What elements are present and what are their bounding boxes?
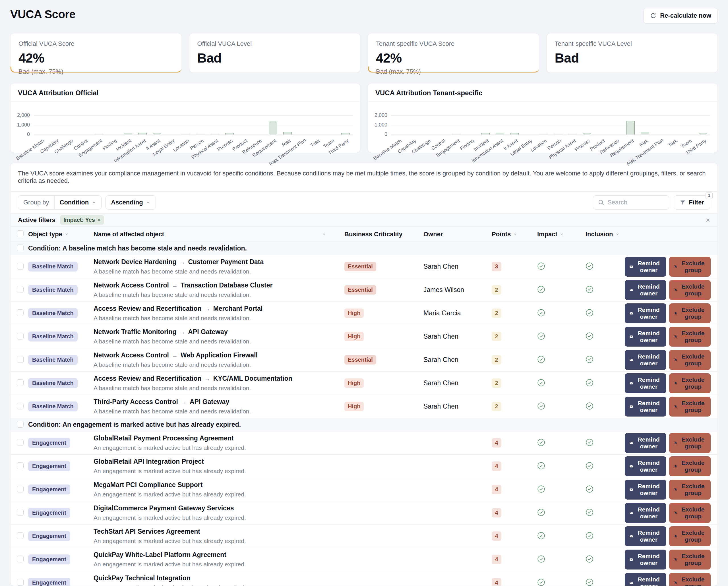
remind-owner-button[interactable]: Remind owner bbox=[625, 480, 666, 500]
condition-description: A baseline match has become stale and ne… bbox=[94, 291, 330, 298]
remind-owner-button[interactable]: Remind owner bbox=[625, 397, 666, 417]
row-checkbox[interactable] bbox=[17, 579, 24, 586]
check-circle-icon bbox=[537, 262, 545, 270]
clear-filters-icon[interactable]: × bbox=[706, 216, 710, 224]
column-object-type[interactable]: Object type bbox=[28, 231, 94, 238]
card-label: Official VUCA Score bbox=[19, 40, 174, 48]
envelope-icon bbox=[629, 403, 633, 410]
inclusion-status bbox=[571, 309, 625, 318]
affected-object-name[interactable]: Network Access Control→Transaction Datab… bbox=[94, 282, 330, 289]
exclude-group-button[interactable]: Exclude group bbox=[669, 257, 711, 277]
exclude-group-button[interactable]: Exclude group bbox=[669, 433, 711, 453]
exclude-group-button[interactable]: Exclude group bbox=[669, 350, 711, 370]
affected-object-name[interactable]: TechStart API Services Agreement bbox=[94, 528, 330, 535]
group-checkbox[interactable] bbox=[17, 244, 24, 251]
object-type-badge: Engagement bbox=[28, 484, 70, 495]
impact-status bbox=[523, 438, 571, 448]
check-circle-icon bbox=[586, 485, 594, 493]
envelope-icon bbox=[629, 486, 633, 493]
row-checkbox[interactable] bbox=[17, 486, 24, 492]
row-checkbox[interactable] bbox=[17, 439, 24, 446]
row-checkbox[interactable] bbox=[17, 556, 24, 562]
exclude-group-button[interactable]: Exclude group bbox=[669, 397, 711, 417]
row-checkbox[interactable] bbox=[17, 286, 24, 293]
filter-button[interactable]: Filter 1 bbox=[674, 195, 710, 210]
exclude-group-button[interactable]: Exclude group bbox=[669, 526, 711, 546]
score-cards: Official VUCA Score 42% Bad (max. 75%) O… bbox=[10, 33, 718, 73]
row-checkbox[interactable] bbox=[17, 532, 24, 539]
affected-object-name[interactable]: QuickPay Technical Integration bbox=[94, 574, 330, 582]
inclusion-status bbox=[571, 532, 625, 541]
affected-object-name[interactable]: Access Review and Recertification→Mercha… bbox=[94, 305, 330, 313]
affected-object-name[interactable]: Access Review and Recertification→KYC/AM… bbox=[94, 375, 330, 382]
affected-object-name[interactable]: GlobalRetail API Integration Project bbox=[94, 458, 330, 465]
table-row: Engagement GlobalRetail API Integration … bbox=[10, 455, 718, 478]
bell-slash-icon bbox=[674, 580, 678, 586]
column-inclusion[interactable]: Inclusion bbox=[571, 231, 625, 238]
column-points[interactable]: Points bbox=[477, 231, 523, 238]
remind-owner-button[interactable]: Remind owner bbox=[625, 280, 666, 300]
row-checkbox[interactable] bbox=[17, 263, 24, 270]
exclude-group-button[interactable]: Exclude group bbox=[669, 303, 711, 323]
check-circle-icon bbox=[537, 485, 545, 493]
exclude-group-button[interactable]: Exclude group bbox=[669, 327, 711, 347]
row-checkbox[interactable] bbox=[17, 333, 24, 340]
bell-slash-icon bbox=[674, 310, 678, 316]
affected-object-name[interactable]: QuickPay White-Label Platform Agreement bbox=[94, 551, 330, 559]
inclusion-status bbox=[571, 555, 625, 564]
affected-object-name[interactable]: MegaMart PCI Compliance Support bbox=[94, 481, 330, 489]
envelope-icon bbox=[629, 287, 633, 293]
remind-owner-button[interactable]: Remind owner bbox=[625, 373, 666, 393]
remind-owner-button[interactable]: Remind owner bbox=[625, 350, 666, 370]
bell-slash-icon bbox=[674, 380, 678, 387]
column-name[interactable]: Name of affected object bbox=[94, 231, 330, 238]
filter-chip-impact[interactable]: Impact: Yes × bbox=[60, 215, 104, 224]
row-checkbox[interactable] bbox=[17, 379, 24, 386]
exclude-group-button[interactable]: Exclude group bbox=[669, 503, 711, 523]
topbar: VUCA Score Re-calculate now bbox=[10, 8, 718, 23]
affected-object-name[interactable]: Third-Party Access Control→API Gateway bbox=[94, 398, 330, 406]
remind-owner-button[interactable]: Remind owner bbox=[625, 433, 666, 453]
remind-owner-button[interactable]: Remind owner bbox=[625, 503, 666, 523]
table-row: Engagement QuickPay Technical Integratio… bbox=[10, 571, 718, 586]
table-row: Baseline Match Network Device Hardening→… bbox=[10, 255, 718, 278]
affected-object-name[interactable]: Network Traffic Monitoring→API Gateway bbox=[94, 328, 330, 336]
remind-owner-button[interactable]: Remind owner bbox=[625, 550, 666, 569]
y-axis-tick-label: 2,000 bbox=[370, 112, 387, 118]
owner-name: Sarah Chen bbox=[409, 333, 477, 340]
remove-filter-icon[interactable]: × bbox=[97, 217, 101, 223]
exclude-group-button[interactable]: Exclude group bbox=[669, 373, 711, 393]
recalculate-button[interactable]: Re-calculate now bbox=[643, 8, 718, 23]
exclude-group-button[interactable]: Exclude group bbox=[669, 480, 711, 500]
bell-slash-icon bbox=[674, 533, 678, 539]
remind-owner-button[interactable]: Remind owner bbox=[625, 257, 666, 277]
points-badge: 2 bbox=[492, 402, 501, 411]
sort-order-dropdown[interactable]: Ascending bbox=[105, 195, 156, 210]
group-checkbox[interactable] bbox=[17, 421, 24, 428]
exclude-group-button[interactable]: Exclude group bbox=[669, 573, 711, 586]
exclude-group-button[interactable]: Exclude group bbox=[669, 456, 711, 476]
remind-owner-button[interactable]: Remind owner bbox=[625, 303, 666, 323]
affected-object-name[interactable]: Network Device Hardening→Customer Paymen… bbox=[94, 258, 330, 266]
affected-object-name[interactable]: DigitalCommerce Payment Gateway Services bbox=[94, 504, 330, 512]
affected-object-name[interactable]: GlobalRetail Payment Processing Agreemen… bbox=[94, 434, 330, 442]
exclude-group-button[interactable]: Exclude group bbox=[669, 550, 711, 569]
row-checkbox[interactable] bbox=[17, 462, 24, 469]
column-impact[interactable]: Impact bbox=[523, 231, 571, 238]
select-all-checkbox[interactable] bbox=[17, 230, 24, 237]
row-checkbox[interactable] bbox=[17, 356, 24, 363]
row-checkbox[interactable] bbox=[17, 403, 24, 409]
row-checkbox[interactable] bbox=[17, 509, 24, 516]
search-input[interactable] bbox=[607, 199, 664, 206]
exclude-group-button[interactable]: Exclude group bbox=[669, 280, 711, 300]
condition-description: A baseline match has become stale and ne… bbox=[94, 268, 330, 275]
object-type-badge: Baseline Match bbox=[28, 331, 78, 342]
remind-owner-button[interactable]: Remind owner bbox=[625, 327, 666, 347]
bell-slash-icon bbox=[674, 357, 678, 363]
remind-owner-button[interactable]: Remind owner bbox=[625, 573, 666, 586]
affected-object-name[interactable]: Network Access Control→Web Application F… bbox=[94, 351, 330, 359]
group-by-dropdown[interactable]: Group by Condition bbox=[18, 195, 102, 210]
remind-owner-button[interactable]: Remind owner bbox=[625, 456, 666, 476]
remind-owner-button[interactable]: Remind owner bbox=[625, 526, 666, 546]
row-checkbox[interactable] bbox=[17, 309, 24, 316]
